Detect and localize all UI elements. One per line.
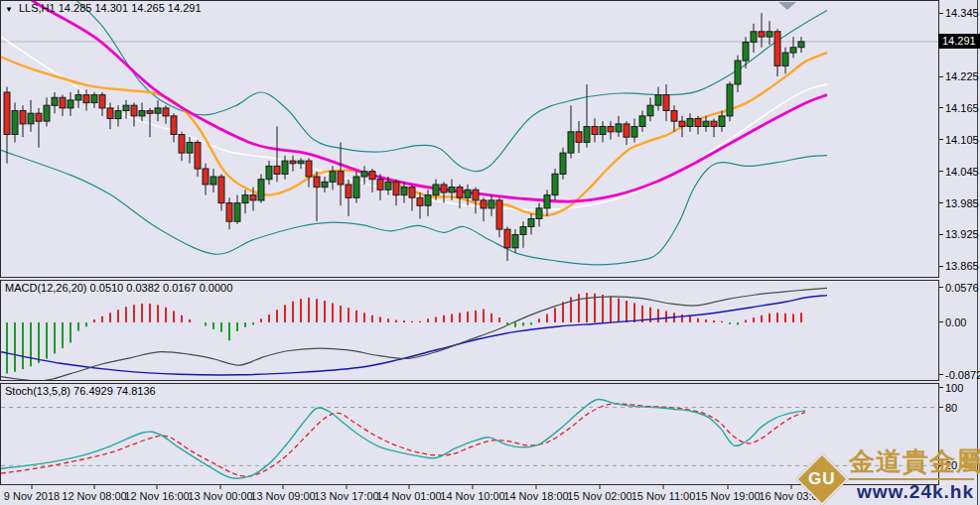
axis-tick-label: 80 (939, 402, 957, 414)
bb-upper-line (1, 1, 827, 172)
time-tick-label: 13 Nov 17:00 (314, 490, 378, 502)
macd-plot-area[interactable] (1, 281, 938, 380)
axis-tick-label: 14.165 (939, 102, 979, 114)
broker-watermark: GU 金道貴金屬 www.24k.hk (792, 437, 980, 505)
broker-website-url: www.24k.hk (849, 481, 974, 503)
axis-tick-label: 14.225 (939, 70, 979, 82)
time-tick-label: 14 Nov 18:00 (503, 490, 568, 502)
axis-tick-label: 13.925 (939, 228, 979, 240)
ma-magenta-line (1, 1, 827, 201)
time-tick-label: 14 Nov 01:00 (376, 490, 441, 502)
bb-lower-line (1, 150, 827, 264)
symbol-timeframe-label: LLS,H1 (19, 2, 56, 14)
axis-tick-label: 13.985 (939, 197, 979, 209)
stochastic-values-label: Stoch(13,5,8) 76.4929 74.8136 (5, 385, 156, 397)
watermark-divider (849, 478, 974, 480)
broker-company-name: 金道貴金屬 (849, 444, 976, 479)
broker-monogram: GU (808, 469, 836, 489)
macd-signal-line (1, 296, 827, 375)
price-axis[interactable]: 14.34514.22514.16514.10514.04513.98513.9… (939, 0, 980, 505)
stoch-k-line (1, 399, 805, 478)
current-price-tag: 14.291 (938, 34, 980, 49)
macd-main-line (1, 288, 827, 380)
macd-indicator-label: MACD(12,26,20) 0.0510 0.0382 0.0167 0.00… (5, 282, 232, 294)
time-tick-label: 15 Nov 19:00 (695, 490, 760, 502)
axis-tick-label: 14.045 (939, 166, 979, 178)
price-chart-panel[interactable]: ▼ LLS,H1 14.285 14.301 14.265 14.291 (0, 0, 939, 278)
time-tick-label: 12 Nov 16:00 (124, 490, 189, 502)
candles (4, 13, 804, 261)
chart-title: ▼ LLS,H1 14.285 14.301 14.265 14.291 (5, 2, 202, 14)
time-tick-label: 15 Nov 11:00 (631, 490, 696, 502)
time-tick-label: 15 Nov 02:00 (567, 490, 631, 502)
axis-tick-label: 0.00 (939, 316, 966, 328)
broker-logo-diamond-icon: GU (795, 452, 849, 505)
stochastic-indicator-label: Stoch(13,5,8) 76.4929 74.8136 (5, 385, 156, 397)
macd-indicator-panel[interactable]: MACD(12,26,20) 0.0510 0.0382 0.0167 0.00… (0, 280, 939, 381)
axis-tick-label: 14.105 (939, 134, 979, 146)
symbol-dropdown-arrow-icon[interactable]: ▼ (5, 5, 13, 14)
axis-tick-label: 0.0576 (939, 282, 979, 294)
axis-tick-label: 13.865 (939, 260, 979, 272)
price-plot-area[interactable] (1, 1, 938, 277)
axis-tick-label: 14.345 (939, 7, 979, 19)
current-price-value: 14.291 (942, 35, 976, 47)
time-tick-label: 12 Nov 08:00 (62, 490, 126, 502)
time-tick-label: 13 Nov 09:00 (250, 490, 315, 502)
time-tick-label: 14 Nov 10:00 (440, 490, 504, 502)
time-tick-label: 13 Nov 00:00 (188, 490, 252, 502)
time-tick-label: 9 Nov 2018 (4, 490, 60, 502)
ohlc-values-label: 14.285 14.301 14.265 14.291 (59, 2, 202, 14)
scroll-marker-icon (778, 2, 796, 10)
axis-tick-label: 100 (939, 382, 963, 394)
macd-values-label: MACD(12,26,20) 0.0510 0.0382 0.0167 0.00… (5, 282, 232, 294)
axis-tick-label: -0.0872 (939, 369, 980, 381)
trading-chart-window: ▼ LLS,H1 14.285 14.301 14.265 14.291 MAC… (0, 0, 980, 505)
